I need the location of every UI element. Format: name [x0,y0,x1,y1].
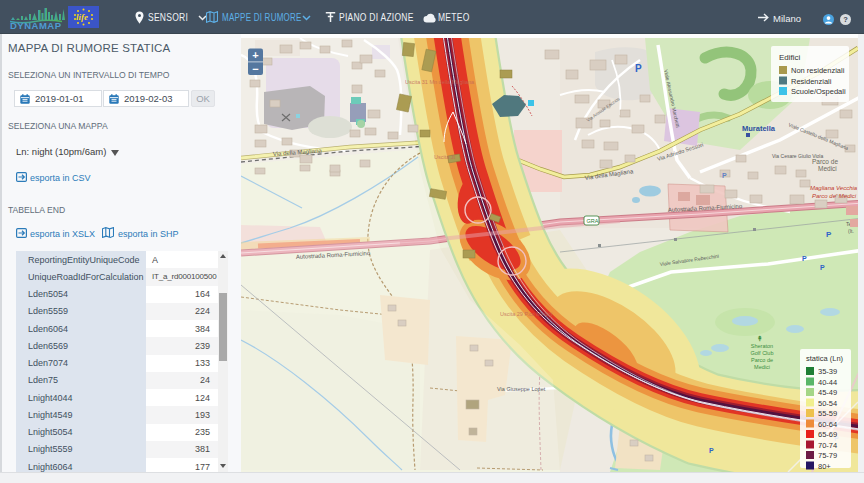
svg-text:55-59: 55-59 [818,409,837,418]
svg-text:Parco de: Parco de [751,357,773,363]
svg-text:Residenziali: Residenziali [791,77,832,86]
svg-text:45-49: 45-49 [818,388,837,397]
svg-text:Scuole/Ospedali: Scuole/Ospedali [791,87,846,96]
svg-text:P: P [826,230,832,239]
svg-text:80+: 80+ [818,462,831,471]
svg-text:?: ? [843,15,848,24]
svg-text:Sheraton: Sheraton [751,343,773,349]
svg-text:−: − [252,63,258,75]
svg-text:Via Giuseppe Lopet: Via Giuseppe Lopet [497,386,546,392]
svg-text:statica (Ln): statica (Ln) [806,354,844,363]
svg-text:60-64: 60-64 [818,420,837,429]
svg-text:Medici: Medici [818,165,837,172]
svg-text:Uscita 31 Mn della Magliana: Uscita 31 Mn della Magliana [405,79,475,85]
svg-text:Uscita Jt: Uscita Jt [434,154,456,160]
svg-text:(It.: (It. [848,228,854,234]
svg-text:P: P [722,172,727,179]
svg-text:↟: ↟ [757,335,763,342]
svg-text:GRA: GRA [587,218,599,224]
svg-text:Magliana Vecchia: Magliana Vecchia [810,185,858,191]
svg-text:Parco de: Parco de [812,158,838,165]
svg-text:P: P [709,447,714,454]
svg-text:40-44: 40-44 [818,378,837,387]
svg-text:Parco de' Medici: Parco de' Medici [812,193,857,199]
svg-text:50-54: 50-54 [818,399,837,408]
svg-text:Muratella: Muratella [742,124,776,133]
svg-text:P: P [635,63,642,74]
svg-text:70-74: 70-74 [818,441,837,450]
svg-text:Uscita 29 P.co Medici: Uscita 29 P.co Medici [500,311,552,317]
svg-text:Non residenziali: Non residenziali [791,66,845,75]
svg-text:P: P [820,264,825,271]
svg-text:Golf Club: Golf Club [751,350,774,356]
svg-text:75-79: 75-79 [818,451,837,460]
svg-text:Edifici: Edifici [779,53,801,62]
svg-text:P: P [802,255,807,262]
svg-text:Medici: Medici [754,364,770,370]
svg-text:DYNAMAP: DYNAMAP [10,20,62,31]
svg-text:35-39: 35-39 [818,367,837,376]
svg-text:life: life [76,12,88,22]
svg-text:65-69: 65-69 [818,430,837,439]
svg-text:+: + [252,49,258,61]
